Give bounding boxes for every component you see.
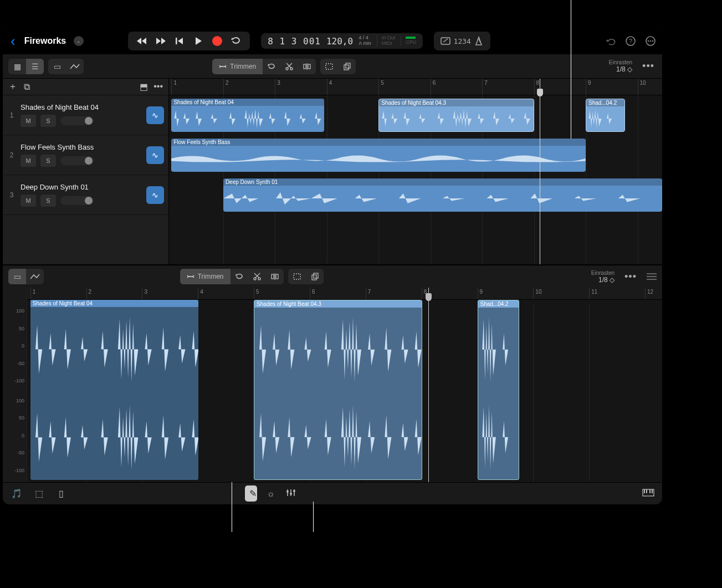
undo-button[interactable] [605, 35, 617, 47]
svg-rect-15 [344, 65, 349, 70]
mute-button[interactable]: M [21, 115, 36, 127]
audio-region[interactable]: Deep Down Synth 01 [223, 178, 662, 212]
editor-audio-region[interactable]: Shades of Night Beat 04.3 [254, 300, 422, 480]
trim-tool-button[interactable]: Trimmen [212, 59, 263, 74]
track-header-3[interactable]: 3 Deep Down Synth 01 M S ∿ [3, 175, 168, 215]
bottom-bar: 🎵 ⬚ ▯ ✎ ☼ [3, 482, 662, 504]
add-track-button[interactable]: ＋ [8, 81, 17, 93]
browser-button[interactable]: ⬚ [33, 488, 45, 499]
pencil-tool-button[interactable]: ✎ [245, 485, 257, 502]
track-name: Deep Down Synth 01 [21, 183, 142, 191]
solo-button[interactable]: S [40, 155, 56, 167]
svg-rect-34 [649, 489, 651, 493]
editor-list-icon[interactable] [647, 273, 657, 280]
track-header-2[interactable]: 2 Flow Feels Synth Bass M S ∿ [3, 135, 168, 175]
mute-button[interactable]: M [21, 195, 36, 207]
back-button[interactable]: ‹ [8, 33, 18, 50]
play-button[interactable] [192, 35, 204, 47]
rewind-button[interactable] [136, 35, 148, 47]
split-tool-button[interactable] [298, 59, 316, 74]
cycle-button[interactable] [230, 35, 242, 47]
svg-point-18 [258, 278, 260, 280]
metronome-button[interactable] [473, 35, 485, 47]
editor-split-tool-button[interactable] [266, 269, 284, 284]
audio-region[interactable]: Flow Feels Synth Bass [171, 139, 586, 172]
editor-canvas[interactable]: 1 2 3 4 5 6 7 8 9 10 11 12 [27, 288, 662, 482]
svg-point-6 [648, 40, 649, 42]
audio-region[interactable]: Shades of Night Beat 04 [171, 99, 324, 132]
volume-slider[interactable] [60, 196, 94, 205]
editor-playhead[interactable] [428, 288, 429, 482]
tuner-button[interactable] [439, 35, 452, 47]
svg-rect-12 [308, 64, 310, 69]
svg-point-26 [286, 490, 289, 493]
tracks-view-button[interactable]: ☰ [26, 59, 44, 74]
copy-tool-button[interactable] [338, 59, 356, 74]
record-button[interactable] [211, 35, 223, 47]
project-menu-chevron[interactable]: ⌄ [74, 36, 84, 46]
lcd-display[interactable]: 8 1 3 001 120,0 4 / 4 A min In Out MIDI … [261, 33, 423, 49]
editor-ruler[interactable]: 1 2 3 4 5 6 7 8 9 10 11 12 [27, 288, 662, 300]
editor-loop-tool-button[interactable] [231, 269, 248, 284]
editor-marquee-tool-button[interactable] [288, 269, 306, 284]
top-bar: ‹ Fireworks ⌄ 8 1 3 001 120,0 4 / 4 A mi… [3, 28, 662, 54]
region-view-button[interactable]: ▭ [48, 59, 66, 74]
volume-slider[interactable] [60, 156, 94, 165]
keyboard-button[interactable] [642, 489, 654, 498]
svg-rect-24 [314, 273, 318, 278]
mute-button[interactable]: M [21, 155, 36, 167]
arrange-timeline[interactable]: 1 2 3 4 5 6 7 8 9 10 [169, 79, 662, 264]
audio-region[interactable]: Shad...04.2 [586, 99, 625, 132]
editor-audio-region[interactable]: Shad...04.2 [478, 300, 520, 480]
solo-button[interactable]: S [40, 115, 56, 127]
svg-rect-14 [326, 64, 332, 69]
transport-controls [128, 32, 250, 50]
volume-slider[interactable] [60, 116, 94, 125]
snap-control[interactable]: Einrasten 1/8 ◇ [609, 59, 636, 73]
track-headers: ＋ ⧉ ⬒ ••• 1 Shades of Night Beat 04 M S [3, 79, 169, 264]
duplicate-track-button[interactable]: ⧉ [24, 82, 30, 92]
loop-tool-button[interactable] [263, 59, 280, 74]
callout-line [313, 502, 314, 532]
marquee-tool-button[interactable] [320, 59, 338, 74]
arrange-ruler[interactable]: 1 2 3 4 5 6 7 8 9 10 [169, 79, 662, 95]
arrange-playhead[interactable] [540, 79, 540, 264]
track-type-icon[interactable]: ∿ [146, 186, 164, 204]
svg-rect-22 [294, 274, 300, 279]
toolbar-more-button[interactable]: ••• [640, 60, 657, 72]
library-button[interactable]: 🎵 [11, 488, 23, 499]
editor-audio-region[interactable]: Shades of Night Beat 04 [30, 300, 199, 480]
svg-rect-1 [441, 38, 450, 44]
editor-automation-view-button[interactable] [26, 269, 44, 284]
forward-button[interactable] [155, 35, 167, 47]
svg-point-28 [290, 493, 292, 495]
settings-gear-icon[interactable]: ☼ [265, 489, 277, 499]
automation-view-button[interactable] [66, 59, 84, 74]
editor-more-button[interactable]: ••• [622, 271, 639, 283]
project-name[interactable]: Fireworks [24, 36, 66, 46]
count-in-button[interactable]: 1234 [456, 35, 468, 47]
editor-scissors-tool-button[interactable] [248, 269, 266, 284]
mixer-view-button[interactable]: ▦ [8, 59, 26, 74]
go-to-start-button[interactable] [173, 35, 186, 47]
editor-snap-control[interactable]: Einrasten 1/8 ◇ [591, 270, 618, 284]
plugin-button[interactable]: ▯ [55, 488, 67, 499]
import-button[interactable]: ⬒ [140, 81, 148, 92]
scissors-tool-button[interactable] [280, 59, 298, 74]
svg-rect-0 [176, 38, 177, 44]
more-button[interactable] [644, 35, 657, 47]
svg-point-17 [254, 278, 256, 280]
help-button[interactable]: ? [624, 35, 637, 47]
editor-toolbar: ▭ Trimmen [3, 265, 662, 288]
track-options-button[interactable]: ••• [153, 81, 163, 92]
track-type-icon[interactable]: ∿ [146, 106, 164, 124]
svg-rect-32 [644, 489, 645, 493]
audio-region[interactable]: Shades of Night Beat 04.3 [378, 99, 534, 132]
solo-button[interactable]: S [40, 195, 56, 207]
editor-copy-tool-button[interactable] [306, 269, 324, 284]
eq-sliders-icon[interactable] [285, 488, 297, 499]
editor-region-view-button[interactable]: ▭ [8, 269, 26, 284]
track-type-icon[interactable]: ∿ [146, 146, 164, 164]
editor-trim-tool-button[interactable]: Trimmen [180, 269, 231, 284]
track-header-1[interactable]: 1 Shades of Night Beat 04 M S ∿ [3, 95, 168, 135]
